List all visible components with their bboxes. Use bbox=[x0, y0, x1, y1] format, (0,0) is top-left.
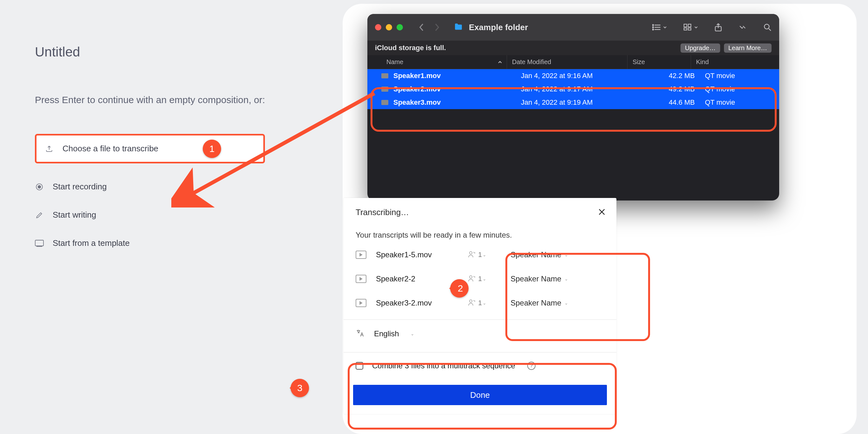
play-icon[interactable] bbox=[355, 251, 366, 259]
finder-title: Example folder bbox=[469, 23, 528, 32]
pencil-icon bbox=[35, 211, 44, 220]
start-recording-label: Start recording bbox=[53, 182, 107, 192]
modal-file-row: Speaker1-5.mov 1 ⌄ Speaker Name ⌄ bbox=[344, 243, 616, 267]
transcribing-modal: Transcribing… Your transcripts will be r… bbox=[344, 198, 616, 414]
column-kind[interactable]: Kind bbox=[691, 58, 709, 66]
window-close-button[interactable] bbox=[375, 24, 381, 30]
page-title: Untitled bbox=[35, 44, 265, 60]
svg-rect-2 bbox=[35, 240, 43, 246]
svg-point-19 bbox=[469, 252, 472, 254]
combine-label: Combine 3 files into a multitrack sequen… bbox=[372, 361, 515, 370]
nav-forward-button[interactable] bbox=[430, 21, 443, 34]
column-size[interactable]: Size bbox=[627, 55, 691, 69]
column-date[interactable]: Date Modified bbox=[507, 55, 627, 69]
folder-icon bbox=[454, 23, 463, 32]
upload-icon bbox=[45, 144, 54, 153]
file-thumb-icon bbox=[381, 87, 388, 92]
chevron-down-icon: ⌄ bbox=[483, 252, 486, 257]
speaker-name-select[interactable]: Speaker Name ⌄ bbox=[496, 299, 568, 307]
file-row[interactable]: Speaker1.mov Jan 4, 2022 at 9:16 AM 42.2… bbox=[367, 69, 779, 83]
more-button[interactable] bbox=[739, 25, 747, 30]
group-button[interactable] bbox=[683, 24, 698, 31]
modal-title: Transcribing… bbox=[355, 208, 409, 217]
start-recording-option[interactable]: Start recording bbox=[35, 182, 265, 192]
svg-point-1 bbox=[38, 185, 41, 188]
modal-subtitle: Your transcripts will be ready in a few … bbox=[344, 222, 616, 243]
person-icon bbox=[468, 274, 475, 283]
chevron-down-icon: ⌄ bbox=[564, 301, 568, 306]
sort-asc-icon bbox=[498, 60, 502, 64]
choose-file-option[interactable]: Choose a file to transcribe bbox=[35, 134, 265, 163]
file-list: Speaker1.mov Jan 4, 2022 at 9:16 AM 42.2… bbox=[367, 69, 779, 109]
share-button[interactable] bbox=[714, 23, 722, 32]
start-writing-label: Start writing bbox=[53, 210, 96, 220]
annotation-badge-3: 3 bbox=[290, 379, 309, 397]
svg-point-15 bbox=[764, 24, 769, 29]
svg-rect-11 bbox=[688, 24, 691, 27]
svg-point-21 bbox=[469, 300, 472, 302]
play-icon[interactable] bbox=[355, 275, 366, 283]
view-list-button[interactable] bbox=[652, 24, 667, 31]
modal-file-row: Speaker3-2.mov 1 ⌄ Speaker Name ⌄ bbox=[344, 291, 616, 315]
chevron-down-icon: ⌄ bbox=[564, 276, 568, 281]
speaker-name-select[interactable]: Speaker Name ⌄ bbox=[496, 274, 568, 283]
speaker-name-select[interactable]: Speaker Name ⌄ bbox=[496, 250, 568, 259]
nav-back-button[interactable] bbox=[415, 21, 428, 34]
svg-point-20 bbox=[469, 276, 472, 278]
help-icon[interactable]: ? bbox=[527, 362, 535, 370]
svg-line-16 bbox=[769, 29, 771, 31]
start-writing-option[interactable]: Start writing bbox=[35, 210, 265, 220]
language-select[interactable]: English ⌄ bbox=[344, 320, 616, 348]
window-minimize-button[interactable] bbox=[386, 24, 392, 30]
template-icon bbox=[35, 239, 44, 248]
play-icon[interactable] bbox=[355, 299, 366, 307]
chevron-down-icon: ⌄ bbox=[564, 252, 568, 257]
upgrade-button[interactable]: Upgrade… bbox=[681, 43, 720, 53]
svg-point-7 bbox=[653, 24, 654, 26]
start-template-label: Start from a template bbox=[53, 238, 130, 248]
annotation-badge-2: 2 bbox=[450, 279, 469, 298]
svg-point-8 bbox=[653, 27, 654, 28]
column-name[interactable]: Name bbox=[386, 55, 507, 69]
svg-rect-12 bbox=[684, 28, 687, 30]
translate-icon bbox=[355, 329, 365, 339]
window-zoom-button[interactable] bbox=[397, 24, 403, 30]
person-icon bbox=[468, 250, 475, 259]
svg-rect-13 bbox=[688, 28, 691, 30]
learn-more-button[interactable]: Learn More… bbox=[724, 43, 772, 53]
chevron-down-icon: ⌄ bbox=[410, 331, 414, 336]
speaker-count-select[interactable]: 1 ⌄ bbox=[468, 299, 486, 307]
page-subtitle: Press Enter to continue with an empty co… bbox=[35, 95, 265, 105]
storage-full-alert: iCloud storage is full. bbox=[375, 44, 446, 52]
finder-window: Example folder iCloud storage is full. bbox=[367, 14, 779, 200]
choose-file-label: Choose a file to transcribe bbox=[62, 144, 158, 154]
record-icon bbox=[35, 182, 44, 191]
annotation-badge-1: 1 bbox=[203, 140, 221, 158]
search-button[interactable] bbox=[763, 23, 772, 31]
combine-checkbox[interactable] bbox=[355, 362, 363, 370]
file-thumb-icon bbox=[381, 100, 388, 105]
person-icon bbox=[468, 299, 475, 307]
done-button[interactable]: Done bbox=[353, 385, 607, 405]
file-thumb-icon bbox=[381, 73, 388, 79]
file-row[interactable]: Speaker2.mov Jan 4, 2022 at 9:17 AM 49.2… bbox=[367, 83, 779, 96]
chevron-down-icon: ⌄ bbox=[483, 276, 486, 281]
modal-file-row: Speaker2-2 1 ⌄ Speaker Name ⌄ bbox=[344, 267, 616, 291]
modal-close-button[interactable] bbox=[598, 208, 606, 217]
svg-point-9 bbox=[653, 29, 654, 30]
start-template-option[interactable]: Start from a template bbox=[35, 238, 265, 248]
svg-rect-10 bbox=[684, 24, 687, 27]
speaker-count-select[interactable]: 1 ⌄ bbox=[468, 274, 486, 283]
speaker-count-select[interactable]: 1 ⌄ bbox=[468, 250, 486, 259]
file-row[interactable]: Speaker3.mov Jan 4, 2022 at 9:19 AM 44.6… bbox=[367, 96, 779, 109]
chevron-down-icon: ⌄ bbox=[483, 301, 486, 306]
column-header: Name Date Modified Size Kind bbox=[367, 55, 779, 69]
